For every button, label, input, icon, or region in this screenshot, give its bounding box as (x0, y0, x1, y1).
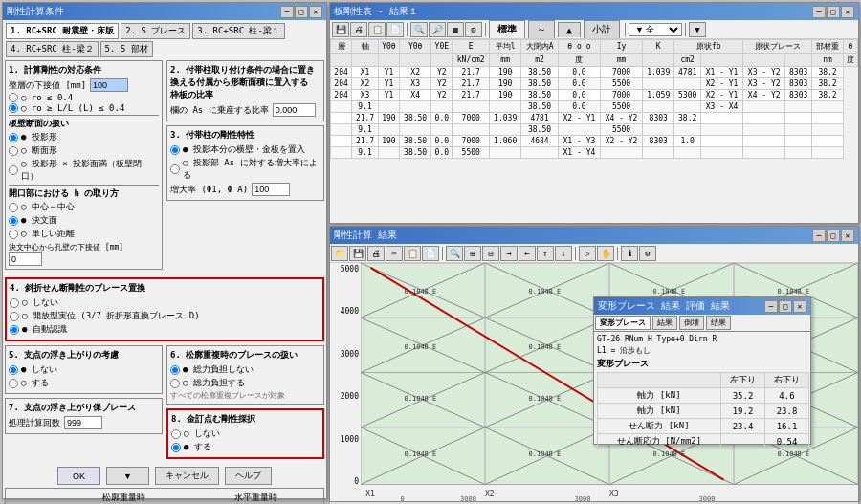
maximize-btn-sub[interactable]: □ (779, 300, 792, 313)
section-2-ratio-input[interactable] (273, 103, 316, 117)
table-row: 21.7 190 38.50 0.0 7000 1.060 4684 X1 - … (331, 136, 858, 147)
graph-tb-9[interactable]: ⊟ (482, 246, 499, 261)
wall-radio-input-3[interactable] (9, 165, 18, 175)
tab-4[interactable]: 4. RC+SRC 柱-梁２ (6, 41, 99, 57)
window-controls-left: ─ □ ✕ (280, 6, 322, 18)
graph-tb-2[interactable]: 💾 (349, 246, 366, 261)
th-area-unit: m2 (521, 54, 559, 67)
s4-radio-input-3[interactable] (10, 325, 19, 335)
opening-radio-input-1[interactable] (9, 203, 18, 212)
close-btn-right[interactable]: ✕ (841, 6, 854, 18)
graph-tb-move[interactable]: ✋ (597, 246, 614, 261)
opening-radio-input-3[interactable] (9, 230, 18, 239)
th-mat-unit: nm (811, 54, 843, 67)
layer-select[interactable]: ▼ 全 ▼ 小計 (629, 23, 682, 36)
s6-radio-1[interactable] (170, 365, 180, 375)
ro-radio-input-1[interactable] (9, 93, 18, 102)
sub-tab-2[interactable]: 結果 (652, 316, 677, 330)
maximize-btn-left[interactable]: □ (295, 6, 308, 18)
graph-tb-10[interactable]: → (500, 246, 518, 261)
minimize-btn-right[interactable]: ─ (812, 6, 826, 18)
section-3-factor-input[interactable] (252, 183, 290, 196)
minimize-btn-graph[interactable]: ─ (812, 230, 826, 242)
graph-tb-11[interactable]: ← (519, 246, 536, 261)
minimize-btn-sub[interactable]: ─ (764, 300, 778, 313)
graph-xval-3: 3000 (575, 495, 591, 501)
graph-xval-4: 3000 (699, 495, 716, 501)
close-btn-graph[interactable]: ✕ (841, 230, 854, 242)
sub-tab-3[interactable]: 倒壊 (679, 316, 704, 330)
tb-zoom-in[interactable]: 🔍 (410, 22, 428, 37)
tb-save[interactable]: 💾 (332, 22, 349, 37)
graph-tb-13[interactable]: ↓ (555, 246, 572, 261)
close-btn-sub[interactable]: ✕ (793, 300, 806, 313)
graph-tb-12[interactable]: ↑ (537, 246, 554, 261)
s7-count-input[interactable] (64, 416, 102, 429)
tb-arrow-down[interactable]: ▼ (689, 22, 706, 37)
tab-2[interactable]: 2. S ブレース (121, 23, 190, 39)
graph-tb-6[interactable]: 📄 (422, 246, 439, 261)
wall-radio-input-2[interactable] (9, 146, 18, 156)
maximize-btn-right[interactable]: □ (827, 6, 840, 18)
graph-tb-1[interactable]: 📁 (331, 246, 348, 261)
s5-radio-2[interactable] (9, 379, 18, 388)
tb-paste[interactable]: 📄 (386, 22, 404, 37)
graph-tb-info[interactable]: ℹ (621, 246, 638, 261)
section-3-title: 3. 付帯柱の剛性特性 (170, 129, 320, 142)
tab-1[interactable]: 1. RC+SRC 耐震壁・床版 (6, 23, 119, 39)
graph-tb-settings[interactable]: ⚙ (639, 246, 656, 261)
col-header-1: 松廓重量時 (59, 492, 189, 504)
sub-tab-1[interactable]: 変形ブレース (595, 316, 651, 330)
maximize-btn-graph[interactable]: □ (827, 230, 840, 242)
sub-tab-4[interactable]: 结果 (706, 316, 731, 330)
tb-filter[interactable]: ▦ (447, 22, 464, 37)
opening-depth-input[interactable] (9, 252, 42, 266)
window-controls-graph: ─ □ ✕ (812, 230, 854, 242)
floor-depth-input[interactable] (90, 78, 128, 92)
y-axis: 5000 4000 3000 2000 1000 0 (330, 263, 361, 501)
s4-radio-input-2[interactable] (10, 312, 19, 321)
tab-3[interactable]: 3. RC+SRC 柱-梁１ (192, 23, 285, 39)
table-row: 204 X2 Y1 X3 Y2 21.7 190 38.50 0.0 5500 … (331, 78, 858, 90)
wall-radio-3: ○ 投影形 × 投影面満（板壁閉口） (9, 158, 159, 183)
wall-radio-input-1[interactable] (9, 133, 18, 142)
tab-standard[interactable]: 標準 (489, 20, 525, 38)
tb-copy[interactable]: 📋 (368, 22, 386, 37)
ro-radio-input-2[interactable] (9, 103, 18, 113)
graph-tb-select[interactable]: ▷ (579, 246, 596, 261)
tab-5[interactable]: 5. S 部材 (100, 41, 153, 57)
close-btn-left[interactable]: ✕ (309, 6, 322, 18)
tb-settings[interactable]: ⚙ (465, 22, 482, 37)
graph-tb-3[interactable]: 🖨 (367, 246, 385, 261)
tab-tilde[interactable]: ～ (528, 20, 555, 38)
section-1: 1. 計算剛性の対応条件 整層の下接値 [mm] ○ ro ≤ 0.4 ○ ro… (5, 60, 163, 270)
s5-radio-1[interactable] (9, 365, 18, 375)
s8-radio-2[interactable] (171, 443, 181, 452)
graph-tb-5[interactable]: 📋 (404, 246, 421, 261)
wall-radio-1: ● 投影形 (9, 131, 159, 143)
tab-up[interactable]: ▲ (558, 22, 581, 37)
right-table-scroll[interactable]: 層 軸 Y0θ Y0θ Y0E E 平均l 大閉内A θ o o Iy K 原状… (330, 39, 858, 159)
tab-subtotal[interactable]: 小計 (584, 20, 620, 38)
graph-tb-4[interactable]: ✂ (386, 246, 403, 261)
ok-btn-1[interactable]: OK (57, 467, 100, 485)
tb-print[interactable]: 🖨 (350, 22, 367, 37)
minimize-btn-left[interactable]: ─ (280, 6, 294, 18)
down-btn-1[interactable]: ▼ (106, 467, 149, 485)
graph-val-14: 0.1048 E (529, 450, 562, 458)
s3-radio-1[interactable] (170, 145, 180, 155)
dialog-sub-title: 変形ブレース 結果 評価 結果 (598, 299, 730, 313)
s4-radio-input-1[interactable] (10, 298, 19, 308)
graph-toolbar: 📁 💾 🖨 ✂ 📋 📄 🔍 ⊞ ⊟ → ← ↑ ↓ ▷ ✋ ℹ ⚙ (330, 244, 858, 263)
s6-radio-2[interactable] (170, 379, 180, 388)
s3-radio-2[interactable] (170, 164, 180, 174)
graph-tb-7[interactable]: 🔍 (446, 246, 463, 261)
graph-tb-8[interactable]: ⊞ (464, 246, 481, 261)
opening-radio-input-2[interactable] (9, 216, 18, 226)
cancel-btn-1[interactable]: キャンセル (155, 467, 219, 485)
th-theta-unit: 度 (558, 54, 600, 67)
help-btn-1[interactable]: ヘルプ (225, 467, 272, 485)
s8-radio-1[interactable] (171, 429, 181, 439)
tb-zoom-out[interactable]: 🔎 (429, 22, 446, 37)
table-row: 21.7 190 38.50 0.0 7000 1.039 4781 X2 - … (331, 113, 858, 124)
